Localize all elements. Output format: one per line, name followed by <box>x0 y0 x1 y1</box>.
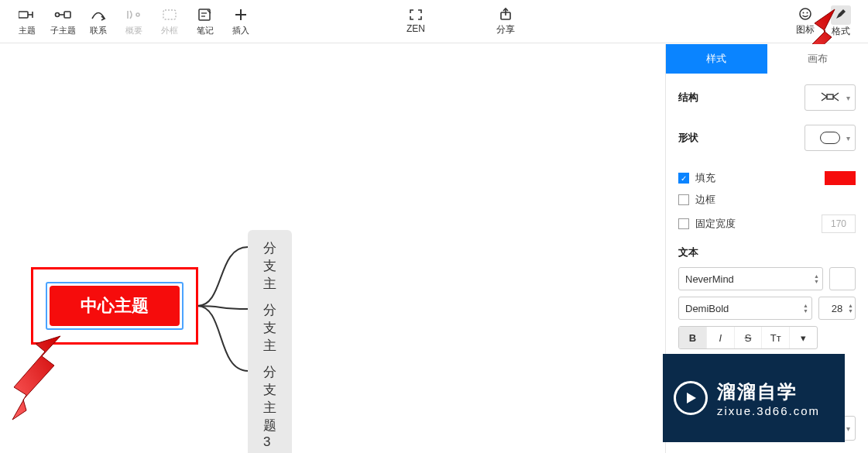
boundary-button[interactable]: 外框 <box>152 6 187 36</box>
center-node-selection: 中心主题 <box>46 282 184 330</box>
zen-icon <box>409 9 423 23</box>
zen-button[interactable]: ZEN <box>398 9 434 34</box>
fixed-width-checkbox[interactable] <box>678 218 689 229</box>
font-weight-value: DemiBold <box>685 303 729 314</box>
stepper-icon: ▲▼ <box>803 303 808 314</box>
strike-button[interactable]: S <box>735 327 763 348</box>
format-label: 格式 <box>832 25 850 38</box>
subtopic-label: 子主题 <box>50 25 76 36</box>
fill-row: ✓ 填充 <box>678 171 856 185</box>
font-family-select[interactable]: NeverMind ▲▼ <box>678 267 823 290</box>
fixed-width-label: 固定宽度 <box>695 217 736 231</box>
summary-label: 概要 <box>125 25 142 36</box>
summary-button[interactable]: 概要 <box>116 6 152 36</box>
boundary-label: 外框 <box>161 25 178 36</box>
svg-line-22 <box>822 93 827 97</box>
subtopic-icon <box>54 6 71 23</box>
svg-point-18 <box>807 12 808 13</box>
text-section-title: 文本 <box>678 245 856 259</box>
topic-button[interactable]: 主题 <box>9 6 45 36</box>
tab-canvas[interactable]: 画布 <box>767 44 869 74</box>
share-icon <box>499 7 513 23</box>
border-checkbox[interactable] <box>678 194 689 205</box>
chevron-down-icon: ▾ <box>846 134 850 142</box>
paintbrush-icon <box>831 5 851 25</box>
structure-row: 结构 ▾ <box>678 84 856 111</box>
svg-rect-21 <box>827 94 833 99</box>
watermark-logo-icon <box>674 381 708 415</box>
bold-button[interactable]: B <box>679 327 707 348</box>
border-label: 边框 <box>695 193 715 207</box>
panel-tabs: 样式 画布 <box>666 44 868 74</box>
fixed-width-row: 固定宽度 <box>678 214 856 233</box>
strike-glyph: S <box>745 332 752 344</box>
emoji-button[interactable]: 图标 <box>787 5 823 38</box>
bold-glyph: B <box>689 332 696 344</box>
fill-label: 填充 <box>695 171 715 185</box>
fill-color-swatch[interactable] <box>825 171 856 185</box>
structure-select[interactable]: ▾ <box>805 84 856 111</box>
watermark-cn: 溜溜自学 <box>717 379 820 404</box>
svg-point-3 <box>56 13 60 17</box>
stepper-icon: ▲▼ <box>814 273 819 284</box>
toolbar-left-group: 主题 子主题 联系 概要 外框 <box>9 6 259 36</box>
connector-lines <box>194 238 256 377</box>
structure-preview-icon <box>820 91 840 105</box>
summary-icon <box>125 6 142 23</box>
panel-body: 结构 ▾ 形状 ▾ ✓ 填充 边框 <box>666 74 868 349</box>
svg-line-25 <box>833 97 839 101</box>
smile-icon <box>798 7 812 23</box>
more-text-button[interactable]: ▾ <box>790 327 817 348</box>
font-size-select[interactable]: 28 ▲▼ <box>818 297 856 320</box>
shape-label: 形状 <box>678 131 698 145</box>
font-family-value: NeverMind <box>685 273 734 285</box>
branch-node-3[interactable]: 分支主题 3 <box>248 354 292 453</box>
insert-label: 插入 <box>232 25 249 36</box>
format-button[interactable]: 格式 <box>823 5 859 38</box>
watermark-en: zixue.3d66.com <box>717 404 820 417</box>
subtopic-button[interactable]: 子主题 <box>45 6 81 36</box>
share-button[interactable]: 分享 <box>488 7 523 36</box>
center-node-highlight: 中心主题 <box>31 267 198 345</box>
chevron-down-icon: ▾ <box>846 424 850 433</box>
svg-marker-26 <box>687 393 696 403</box>
shape-row: 形状 ▾ <box>678 125 856 151</box>
font-weight-select[interactable]: DemiBold ▲▼ <box>678 297 812 320</box>
note-button[interactable]: 笔记 <box>187 6 223 36</box>
toolbar-right-group: 图标 格式 <box>787 5 859 38</box>
svg-point-7 <box>136 13 139 16</box>
italic-glyph: I <box>719 332 722 344</box>
zen-label: ZEN <box>407 23 425 34</box>
case-button[interactable]: Tт <box>762 327 790 348</box>
font-weight-row: DemiBold ▲▼ 28 ▲▼ <box>678 297 856 320</box>
relation-button[interactable]: 联系 <box>81 6 116 36</box>
note-label: 笔记 <box>197 25 214 36</box>
mindmap-canvas[interactable]: 中心主题 分支主题 1 分支主题 2 分支主题 3 <box>0 44 665 453</box>
svg-line-24 <box>833 93 839 97</box>
shape-preview-icon <box>820 132 840 144</box>
text-color-swatch[interactable] <box>829 267 856 290</box>
border-row: 边框 <box>678 193 856 207</box>
svg-rect-0 <box>19 12 28 18</box>
fill-checkbox[interactable]: ✓ <box>678 173 689 184</box>
text-style-toolbar: B I S Tт ▾ <box>678 326 818 349</box>
center-topic-node[interactable]: 中心主题 <box>50 286 180 326</box>
topic-icon <box>19 6 36 23</box>
fixed-width-input[interactable] <box>822 214 856 233</box>
structure-label: 结构 <box>678 91 698 105</box>
shape-select[interactable]: ▾ <box>805 125 856 151</box>
italic-button[interactable]: I <box>707 327 735 348</box>
svg-point-17 <box>803 12 805 13</box>
relation-icon <box>90 6 107 23</box>
font-family-row: NeverMind ▲▼ <box>678 267 856 290</box>
watermark: 溜溜自学 zixue.3d66.com <box>663 354 845 442</box>
note-icon <box>197 6 213 23</box>
chevron-down-icon: ▾ <box>801 332 806 344</box>
tab-style[interactable]: 样式 <box>666 44 767 74</box>
font-size-value: 28 <box>832 303 842 314</box>
case-glyph: Tт <box>770 332 781 344</box>
svg-rect-5 <box>64 12 70 18</box>
top-toolbar: 主题 子主题 联系 概要 外框 <box>0 0 868 43</box>
insert-button[interactable]: 插入 <box>223 6 259 36</box>
topic-label: 主题 <box>19 25 36 36</box>
